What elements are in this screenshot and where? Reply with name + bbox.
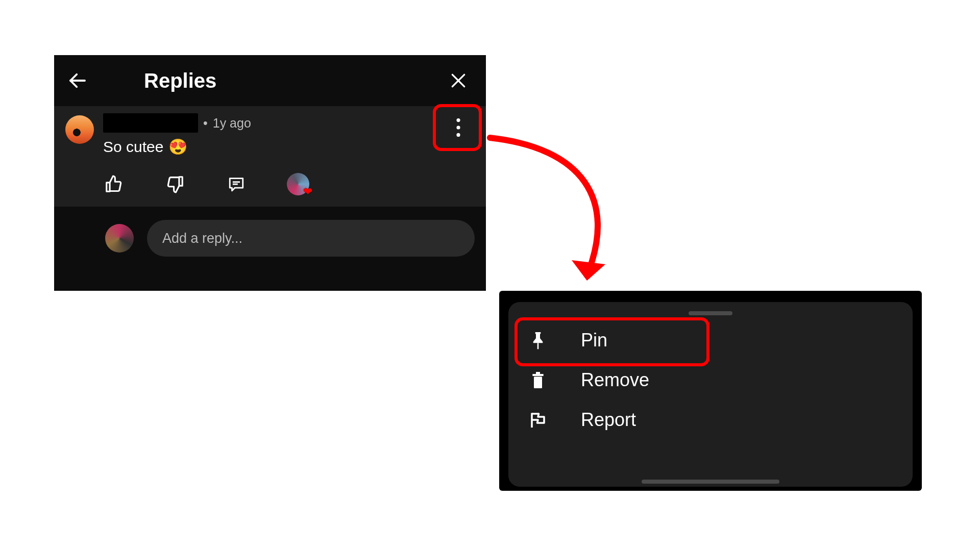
comment-text: So cutee 😍 bbox=[103, 138, 475, 156]
trash-icon bbox=[530, 370, 546, 390]
user-avatar[interactable] bbox=[105, 224, 134, 253]
svg-point-5 bbox=[456, 118, 460, 122]
svg-point-7 bbox=[456, 133, 460, 137]
comment-timestamp: 1y ago bbox=[213, 116, 251, 131]
svg-point-6 bbox=[456, 126, 460, 129]
like-button[interactable] bbox=[103, 173, 125, 195]
comment-block: • 1y ago So cutee 😍 bbox=[54, 106, 486, 207]
annotation-arrow bbox=[480, 128, 643, 301]
comment-icon bbox=[228, 176, 245, 193]
options-menu-sheet: Pin Remove Report bbox=[499, 291, 922, 491]
menu-item-pin[interactable]: Pin bbox=[508, 320, 913, 360]
reply-input[interactable]: Add a reply... bbox=[147, 220, 475, 257]
svg-rect-9 bbox=[537, 343, 539, 349]
commenter-avatar[interactable] bbox=[65, 115, 94, 144]
menu-item-remove[interactable]: Remove bbox=[508, 360, 913, 400]
flag-icon bbox=[529, 411, 547, 429]
commenter-username-redacted bbox=[103, 113, 198, 133]
svg-rect-11 bbox=[534, 377, 542, 388]
menu-item-label: Remove bbox=[581, 369, 649, 391]
svg-rect-10 bbox=[532, 374, 543, 376]
thumbs-down-icon bbox=[165, 174, 185, 194]
back-button[interactable] bbox=[62, 65, 93, 96]
heart-eyes-emoji: 😍 bbox=[168, 138, 187, 156]
arrow-left-icon bbox=[67, 70, 88, 91]
close-icon bbox=[448, 70, 469, 91]
svg-marker-8 bbox=[572, 260, 605, 281]
more-vertical-icon bbox=[456, 118, 460, 137]
menu-item-label: Pin bbox=[581, 330, 607, 351]
comment-button[interactable] bbox=[226, 173, 247, 195]
comment-meta: • 1y ago bbox=[103, 113, 475, 133]
thumbs-up-icon bbox=[104, 174, 124, 194]
sheet-drag-handle[interactable] bbox=[689, 311, 732, 315]
svg-rect-12 bbox=[536, 372, 540, 374]
replies-header: Replies bbox=[54, 55, 486, 106]
meta-separator: • bbox=[203, 116, 208, 131]
menu-item-report[interactable]: Report bbox=[508, 400, 913, 440]
pin-icon bbox=[530, 330, 546, 350]
reply-row: Add a reply... bbox=[54, 207, 486, 272]
dislike-button[interactable] bbox=[164, 173, 186, 195]
comment-actions bbox=[103, 173, 475, 195]
menu-item-label: Report bbox=[581, 409, 636, 431]
creator-heart[interactable] bbox=[287, 173, 309, 195]
comment-body: • 1y ago So cutee 😍 bbox=[103, 113, 475, 195]
replies-panel: Replies • 1y ago So cutee 😍 bbox=[54, 55, 486, 291]
comment-text-content: So cutee bbox=[103, 138, 163, 156]
home-indicator bbox=[642, 480, 779, 484]
close-button[interactable] bbox=[443, 65, 474, 96]
more-options-button[interactable] bbox=[440, 109, 477, 146]
reply-placeholder: Add a reply... bbox=[162, 231, 242, 246]
options-menu-inner: Pin Remove Report bbox=[508, 302, 913, 487]
page-title: Replies bbox=[144, 69, 216, 92]
